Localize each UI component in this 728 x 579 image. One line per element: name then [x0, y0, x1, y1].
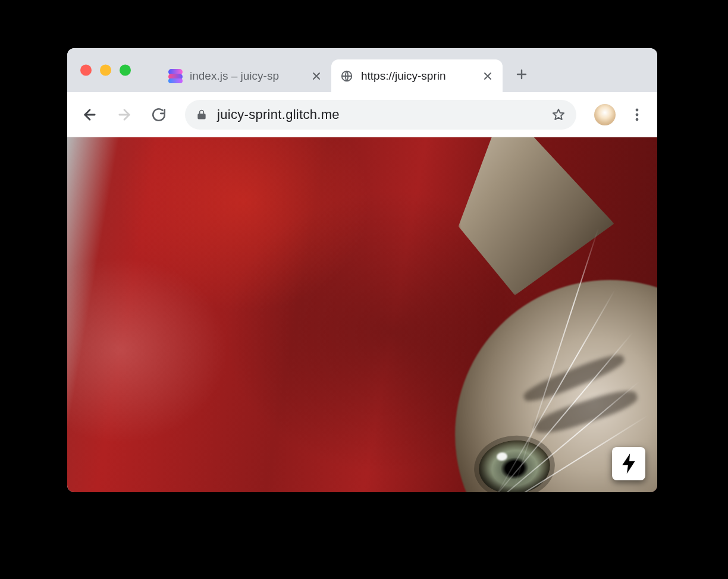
reload-button[interactable]: [145, 100, 173, 129]
tab-title: https://juicy-sprin: [361, 70, 474, 83]
new-tab-button[interactable]: [510, 62, 534, 86]
window-minimize-button[interactable]: [100, 65, 111, 76]
glitch-lightning-badge[interactable]: [612, 447, 645, 480]
tab-site-preview[interactable]: https://juicy-sprin: [331, 59, 503, 92]
tab-glitch-editor[interactable]: index.js – juicy-sp: [160, 59, 331, 92]
lock-icon: [196, 109, 208, 121]
svg-point-1: [636, 108, 639, 111]
window-controls: [80, 65, 131, 76]
cat-image: [324, 137, 657, 492]
tab-close-button[interactable]: [310, 70, 323, 83]
globe-icon: [340, 69, 354, 83]
address-bar[interactable]: juicy-sprint.glitch.me: [185, 100, 576, 130]
kebab-menu-button[interactable]: [625, 103, 649, 127]
lightning-icon: [621, 454, 636, 474]
profile-avatar-button[interactable]: [594, 104, 616, 125]
tab-close-button[interactable]: [481, 70, 494, 83]
back-button[interactable]: [76, 100, 104, 129]
url-text: juicy-sprint.glitch.me: [217, 107, 542, 122]
svg-point-2: [636, 113, 639, 116]
glitch-fish-icon: [168, 69, 183, 83]
window-close-button[interactable]: [80, 65, 92, 76]
toolbar: juicy-sprint.glitch.me: [67, 92, 657, 137]
tab-title: index.js – juicy-sp: [190, 70, 303, 83]
bookmark-star-button[interactable]: [551, 108, 566, 122]
browser-window: index.js – juicy-sp https://juicy-sprin: [67, 48, 657, 492]
window-maximize-button[interactable]: [120, 65, 131, 76]
page-viewport: [67, 137, 657, 492]
tabs-container: index.js – juicy-sp https://juicy-sprin: [160, 48, 534, 92]
svg-point-3: [636, 118, 639, 121]
forward-button[interactable]: [110, 100, 139, 129]
tab-strip: index.js – juicy-sp https://juicy-sprin: [67, 48, 657, 92]
